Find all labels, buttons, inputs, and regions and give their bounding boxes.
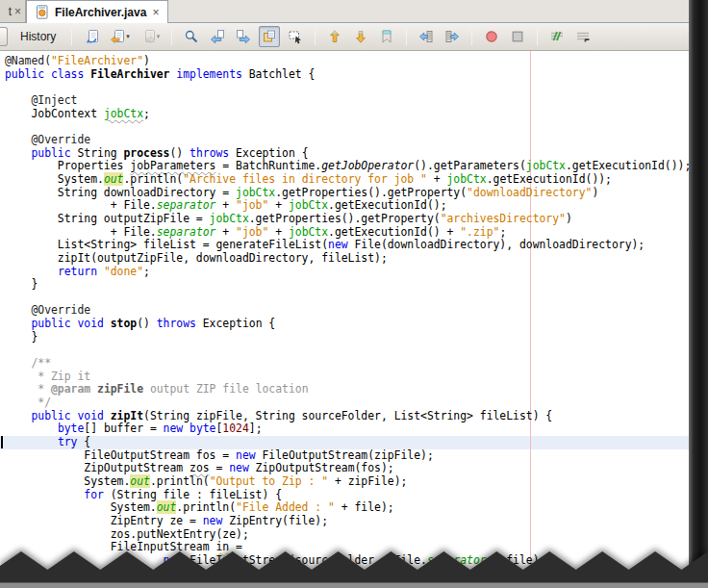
code-line: * Zip it	[5, 371, 708, 384]
toolbar-buttons: ▾▾	[67, 26, 594, 47]
code-editor[interactable]: @Named("FileArchiver")public class FileA…	[0, 51, 708, 588]
code-line: byte[] buffer = new byte[1024];	[5, 422, 708, 436]
toolbar-separator	[315, 29, 316, 45]
find-next-occurrence-button[interactable]	[233, 26, 254, 47]
toggle-rectangular-selection-button[interactable]	[285, 26, 306, 47]
find-previous-occurrence-button[interactable]	[207, 26, 228, 47]
code-line: }	[5, 278, 708, 292]
start-macro-recording-button[interactable]	[481, 26, 502, 47]
shift-line-right-button[interactable]	[442, 26, 463, 47]
toolbar-separator	[537, 29, 538, 45]
code-line: FileOutputStream fos = new FileOutputStr…	[5, 449, 708, 463]
dropdown-caret-icon[interactable]: ▾	[126, 33, 130, 40]
editor-tab-bar: t × FileArchiver.java ×	[0, 0, 708, 23]
uncomment-button[interactable]	[572, 26, 594, 47]
toolbar-separator	[71, 29, 72, 45]
tab-filearchiver-close-icon[interactable]: ×	[152, 7, 159, 18]
code-line: String outputZipFile = jobCtx.getPropert…	[5, 213, 708, 226]
forward-button[interactable]: ▾	[138, 26, 164, 47]
code-line: public void zipIt(String zipFile, String…	[5, 410, 708, 423]
toolbar-separator	[171, 29, 172, 45]
code-line: public class FileArchiver implements Bat…	[5, 68, 708, 82]
tab-partial-label: t	[9, 5, 12, 18]
next-bookmark-button[interactable]	[350, 26, 371, 47]
code-line: */	[5, 396, 708, 410]
back-button[interactable]: ▾	[107, 26, 133, 47]
code-line: List<String> fileList = generateFileList…	[5, 239, 708, 252]
code-line: ZipEntry ze = new ZipEntry(file);	[5, 515, 708, 528]
code-line: ZipOutputStream zos = new ZipOutputStrea…	[5, 462, 708, 475]
editor-toolbar: History ▾▾	[0, 23, 708, 51]
find-selection-button[interactable]	[181, 26, 202, 47]
code-line: String downloadDirectory = jobCtx.getPro…	[5, 187, 708, 200]
netbeans-editor-window: t × FileArchiver.java × History ▾▾ @Name…	[0, 0, 708, 588]
code-area[interactable]: @Named("FileArchiver")public class FileA…	[5, 55, 708, 568]
comment-button[interactable]	[546, 26, 568, 47]
text-caret	[1, 436, 3, 448]
previous-bookmark-button[interactable]	[324, 26, 345, 47]
shift-line-left-button[interactable]	[416, 26, 437, 47]
history-button[interactable]: History	[16, 28, 60, 45]
code-line: System.out.println("File Added : " + fil…	[5, 501, 708, 515]
code-line: @Named("FileArchiver")	[5, 55, 708, 68]
window-edge-shadow	[689, 0, 708, 588]
toggle-highlight-search-button[interactable]	[259, 26, 280, 47]
toolbar-separator	[406, 29, 407, 45]
code-line	[5, 344, 708, 357]
torn-edge	[0, 550, 708, 588]
code-line: zos.putNextEntry(ze);	[5, 528, 708, 542]
tab-partial-close-icon[interactable]: ×	[14, 6, 21, 17]
code-line	[5, 81, 708, 94]
code-line: JobContext jobCtx;	[5, 108, 708, 121]
code-line: @Override	[5, 304, 708, 318]
code-line: + File.separator + "job" + jobCtx.getExe…	[5, 199, 708, 213]
code-line: @Override	[5, 134, 708, 147]
source-button-partial[interactable]	[0, 27, 8, 46]
code-line	[5, 120, 708, 134]
jump-last-edit-button[interactable]	[81, 26, 102, 47]
code-line: try {	[5, 436, 708, 449]
code-line: @Inject	[5, 94, 708, 108]
stop-macro-recording-button[interactable]	[507, 26, 528, 47]
code-line: for (String file : fileList) {	[5, 489, 708, 502]
code-line: + File.separator + "job" + jobCtx.getExe…	[5, 226, 708, 240]
tab-filearchiver[interactable]: FileArchiver.java ×	[26, 0, 168, 23]
tab-filearchiver-label: FileArchiver.java	[55, 6, 146, 19]
dropdown-caret-icon[interactable]: ▾	[157, 33, 161, 40]
code-line: return "done";	[5, 266, 708, 279]
toggle-bookmark-button[interactable]	[376, 26, 397, 47]
code-line: public void stop() throws Exception {	[5, 318, 708, 331]
code-line: Properties jobParameters = BatchRuntime.…	[5, 160, 708, 173]
toolbar-separator	[471, 29, 472, 45]
code-line: public String process() throws Exception…	[5, 147, 708, 161]
code-line: zipIt(outputZipFile, downloadDirectory, …	[5, 252, 708, 266]
tab-partial[interactable]: t ×	[0, 0, 26, 22]
java-class-icon	[36, 5, 49, 19]
code-line: * @param zipFile output ZIP file locatio…	[5, 383, 708, 396]
code-line: /**	[5, 357, 708, 371]
code-line: System.out.println("Archive files in dir…	[5, 173, 708, 187]
code-line: }	[5, 331, 708, 345]
code-line	[5, 292, 708, 305]
code-line: System.out.println("Output to Zip : " + …	[5, 475, 708, 489]
